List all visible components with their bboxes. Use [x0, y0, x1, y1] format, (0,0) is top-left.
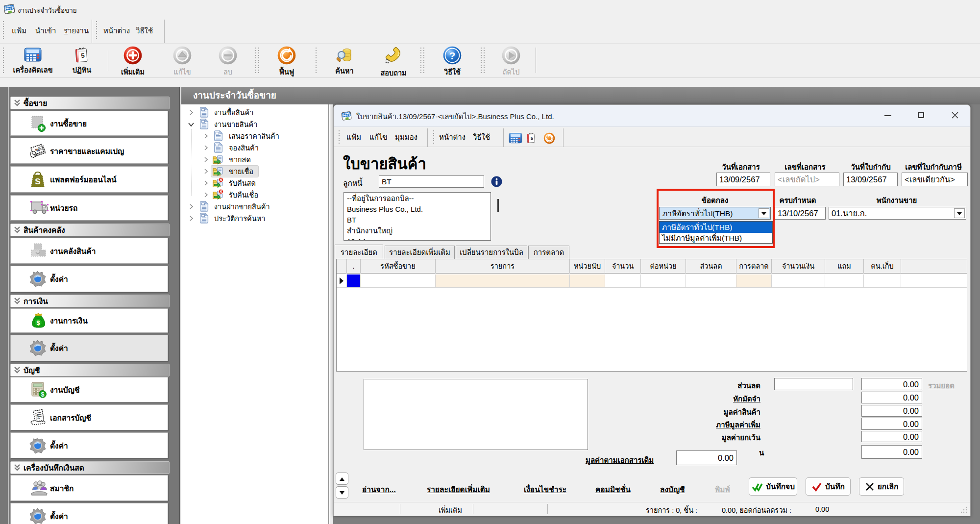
svg-text:5: 5 — [81, 52, 85, 59]
svg-text:$: $ — [36, 319, 40, 326]
svg-text:$: $ — [41, 391, 45, 398]
svg-text:5: 5 — [531, 136, 534, 141]
svg-text:S: S — [35, 177, 40, 186]
svg-text:?: ? — [449, 50, 456, 61]
